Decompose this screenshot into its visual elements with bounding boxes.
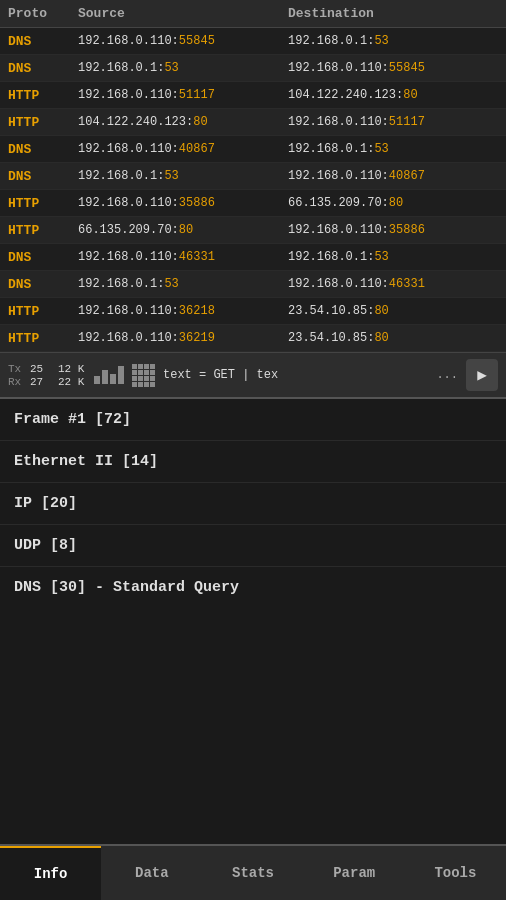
dst-port: 55845 (389, 61, 425, 75)
filter-text: text = GET | tex (163, 368, 428, 382)
dst-ip: 192.168.0.110: (288, 277, 389, 291)
proto-label: HTTP (8, 196, 39, 211)
proto-cell: HTTP (8, 113, 78, 131)
detail-item[interactable]: Ethernet II [14] (0, 441, 506, 483)
src-cell: 192.168.0.110:35886 (78, 196, 288, 210)
table-row[interactable]: DNS 192.168.0.1:53 192.168.0.110:40867 (0, 163, 506, 190)
dst-ip: 23.54.10.85: (288, 304, 374, 318)
dst-cell: 192.168.0.110:35886 (288, 223, 498, 237)
src-ip: 192.168.0.110: (78, 88, 179, 102)
table-row[interactable]: DNS 192.168.0.110:40867 192.168.0.1:53 (0, 136, 506, 163)
dst-port: 40867 (389, 169, 425, 183)
table-row[interactable]: HTTP 192.168.0.110:36219 23.54.10.85:80 (0, 325, 506, 352)
src-ip: 192.168.0.1: (78, 277, 164, 291)
dst-port: 53 (374, 142, 388, 156)
proto-cell: DNS (8, 248, 78, 266)
col-header-source: Source (78, 6, 288, 21)
proto-cell: HTTP (8, 329, 78, 347)
dst-port: 53 (374, 250, 388, 264)
dst-cell: 192.168.0.110:51117 (288, 115, 498, 129)
stats-bar: Tx 25 12 K Rx 27 22 K text = GET | tex .… (0, 352, 506, 399)
src-port: 46331 (179, 250, 215, 264)
tx-size: 12 K (58, 363, 86, 375)
src-port: 55845 (179, 34, 215, 48)
proto-label: DNS (8, 169, 31, 184)
dst-port: 80 (374, 331, 388, 345)
src-ip: 192.168.0.110: (78, 331, 179, 345)
src-ip: 192.168.0.1: (78, 61, 164, 75)
src-cell: 192.168.0.110:36218 (78, 304, 288, 318)
src-cell: 66.135.209.70:80 (78, 223, 288, 237)
detail-item[interactable]: DNS [30] - Standard Query (0, 567, 506, 608)
dst-ip: 192.168.0.1: (288, 34, 374, 48)
proto-cell: DNS (8, 140, 78, 158)
proto-label: HTTP (8, 331, 39, 346)
dst-ip: 192.168.0.1: (288, 250, 374, 264)
src-cell: 192.168.0.110:55845 (78, 34, 288, 48)
src-ip: 66.135.209.70: (78, 223, 179, 237)
dst-port: 51117 (389, 115, 425, 129)
proto-label: HTTP (8, 223, 39, 238)
table-row[interactable]: HTTP 192.168.0.110:36218 23.54.10.85:80 (0, 298, 506, 325)
dst-ip: 192.168.0.110: (288, 223, 389, 237)
tab-info[interactable]: Info (0, 846, 101, 900)
src-cell: 192.168.0.110:46331 (78, 250, 288, 264)
table-row[interactable]: HTTP 104.122.240.123:80 192.168.0.110:51… (0, 109, 506, 136)
src-cell: 192.168.0.1:53 (78, 277, 288, 291)
dst-cell: 192.168.0.110:40867 (288, 169, 498, 183)
proto-cell: HTTP (8, 221, 78, 239)
table-header: Proto Source Destination (0, 0, 506, 28)
dst-ip: 23.54.10.85: (288, 331, 374, 345)
proto-label: HTTP (8, 304, 39, 319)
tab-stats[interactable]: Stats (202, 846, 303, 900)
src-cell: 192.168.0.110:40867 (78, 142, 288, 156)
dst-ip: 104.122.240.123: (288, 88, 403, 102)
src-ip: 192.168.0.110: (78, 250, 179, 264)
rx-row: Rx 27 22 K (8, 376, 86, 388)
proto-label: DNS (8, 277, 31, 292)
src-ip: 192.168.0.1: (78, 169, 164, 183)
col-header-proto: Proto (8, 6, 78, 21)
dst-ip: 192.168.0.110: (288, 61, 389, 75)
src-cell: 104.122.240.123:80 (78, 115, 288, 129)
proto-label: DNS (8, 142, 31, 157)
rx-count: 27 (30, 376, 52, 388)
detail-item[interactable]: Frame #1 [72] (0, 399, 506, 441)
table-row[interactable]: DNS 192.168.0.1:53 192.168.0.110:55845 (0, 55, 506, 82)
play-button[interactable]: ▶ (466, 359, 498, 391)
detail-sections: Frame #1 [72]Ethernet II [14]IP [20]UDP … (0, 399, 506, 844)
src-cell: 192.168.0.110:36219 (78, 331, 288, 345)
grid-icon (132, 364, 155, 387)
src-port: 53 (164, 169, 178, 183)
src-ip: 192.168.0.110: (78, 34, 179, 48)
proto-cell: HTTP (8, 302, 78, 320)
detail-item[interactable]: IP [20] (0, 483, 506, 525)
src-cell: 192.168.0.110:51117 (78, 88, 288, 102)
rx-label: Rx (8, 376, 24, 388)
table-row[interactable]: HTTP 66.135.209.70:80 192.168.0.110:3588… (0, 217, 506, 244)
src-port: 35886 (179, 196, 215, 210)
col-header-destination: Destination (288, 6, 498, 21)
src-port: 80 (193, 115, 207, 129)
table-row[interactable]: HTTP 192.168.0.110:51117 104.122.240.123… (0, 82, 506, 109)
tx-label: Tx (8, 363, 24, 375)
table-row[interactable]: DNS 192.168.0.110:46331 192.168.0.1:53 (0, 244, 506, 271)
tab-data[interactable]: Data (101, 846, 202, 900)
proto-cell: HTTP (8, 194, 78, 212)
dst-port: 46331 (389, 277, 425, 291)
table-row[interactable]: HTTP 192.168.0.110:35886 66.135.209.70:8… (0, 190, 506, 217)
table-row[interactable]: DNS 192.168.0.110:55845 192.168.0.1:53 (0, 28, 506, 55)
detail-item[interactable]: UDP [8] (0, 525, 506, 567)
tab-param[interactable]: Param (304, 846, 405, 900)
src-port: 36219 (179, 331, 215, 345)
rx-size: 22 K (58, 376, 86, 388)
proto-label: HTTP (8, 115, 39, 130)
src-ip: 192.168.0.110: (78, 142, 179, 156)
proto-label: DNS (8, 61, 31, 76)
table-row[interactable]: DNS 192.168.0.1:53 192.168.0.110:46331 (0, 271, 506, 298)
proto-cell: DNS (8, 167, 78, 185)
packet-table: Proto Source Destination DNS 192.168.0.1… (0, 0, 506, 352)
proto-label: HTTP (8, 88, 39, 103)
tab-tools[interactable]: Tools (405, 846, 506, 900)
dst-port: 80 (374, 304, 388, 318)
